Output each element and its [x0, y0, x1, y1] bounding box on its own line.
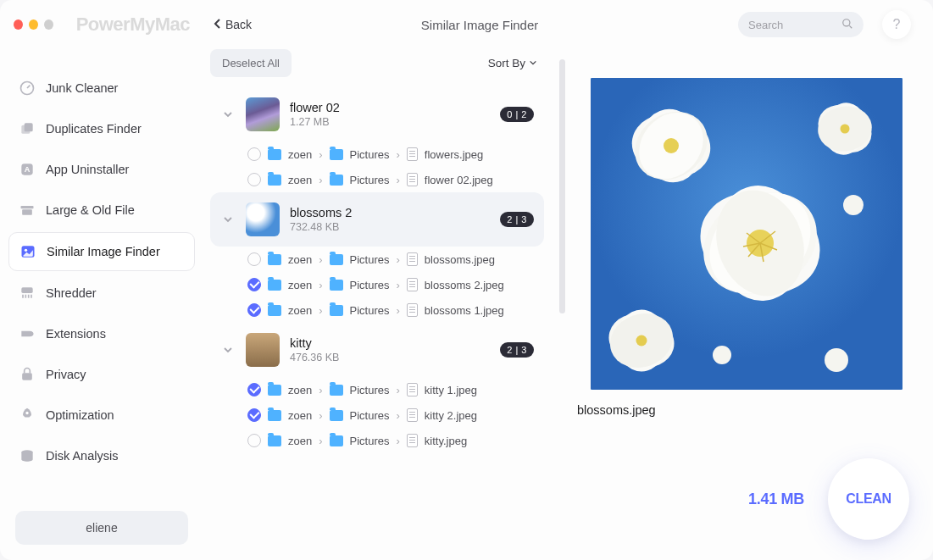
minimize-window-button[interactable]	[29, 19, 38, 30]
rocket-icon	[19, 407, 36, 424]
sidebar-item-label: Shredder	[46, 286, 97, 300]
path-separator: ›	[319, 304, 322, 317]
folder-icon	[268, 254, 281, 265]
path-segment: Pictures	[350, 435, 390, 447]
preview-image	[591, 78, 902, 390]
file-checkbox[interactable]	[247, 303, 261, 317]
sidebar-item-duplicates-finder[interactable]: Duplicates Finder	[8, 110, 195, 147]
help-icon: ?	[893, 17, 901, 32]
sidebar-item-app-uninstaller[interactable]: A App Uninstaller	[8, 151, 195, 188]
group-thumbnail	[246, 202, 280, 236]
sidebar-item-label: Disk Analysis	[46, 449, 118, 463]
file-row[interactable]: zoen›Pictures› kitty 2.jpeg	[210, 402, 544, 428]
folder-icon	[268, 175, 281, 186]
group-header[interactable]: blossoms 2 732.48 KB 2 | 3	[210, 192, 544, 247]
svg-point-42	[843, 195, 864, 215]
path-separator: ›	[319, 384, 322, 396]
sidebar-item-optimization[interactable]: Optimization	[8, 396, 195, 434]
search-input[interactable]: Search	[738, 12, 864, 37]
path-separator: ›	[319, 148, 322, 161]
zoom-window-button[interactable]	[44, 19, 53, 30]
group-header[interactable]: kitty 476.36 KB 2 | 3	[210, 323, 544, 377]
file-row[interactable]: zoen›Pictures› blossoms 2.jpeg	[210, 272, 544, 297]
svg-rect-9	[21, 287, 32, 293]
file-name: kitty 1.jpeg	[425, 384, 477, 396]
sidebar-item-label: Similar Image Finder	[47, 245, 160, 258]
clean-label: CLEAN	[846, 491, 891, 507]
path-segment: zoen	[288, 279, 312, 291]
list-toolbar: Deselect All Sort By	[210, 49, 549, 87]
group-size: 476.36 KB	[290, 352, 490, 363]
file-icon	[407, 173, 418, 186]
deselect-all-button[interactable]: Deselect All	[210, 49, 292, 77]
folder-icon	[330, 280, 343, 291]
app-icon: A	[19, 161, 36, 178]
svg-point-41	[636, 335, 647, 347]
path-segment: Pictures	[350, 304, 390, 317]
group-thumbnail	[246, 333, 280, 367]
sidebar-item-large-old-file[interactable]: Large & Old File	[8, 191, 195, 229]
path-segment: zoen	[288, 409, 312, 422]
sidebar-item-similar-image-finder[interactable]: Similar Image Finder	[8, 232, 195, 271]
path-separator: ›	[397, 174, 400, 186]
clean-button[interactable]: CLEAN	[828, 458, 909, 540]
group-info: kitty 476.36 KB	[290, 336, 490, 363]
user-account-button[interactable]: eliene	[15, 511, 188, 545]
file-icon	[407, 434, 418, 447]
sort-by-label: Sort By	[488, 57, 525, 69]
file-row[interactable]: zoen›Pictures› blossoms 1.jpeg	[210, 297, 544, 323]
path-separator: ›	[397, 279, 400, 291]
file-checkbox[interactable]	[247, 383, 261, 396]
file-checkbox[interactable]	[247, 173, 261, 186]
scrollbar-thumb[interactable]	[559, 59, 565, 313]
sidebar-item-label: Extensions	[46, 327, 106, 341]
selection-count-badge: 0 | 2	[500, 107, 534, 122]
file-checkbox[interactable]	[247, 408, 261, 422]
sort-by-dropdown[interactable]: Sort By	[488, 57, 537, 69]
svg-text:A: A	[25, 165, 31, 174]
path-separator: ›	[397, 409, 400, 422]
file-checkbox[interactable]	[247, 252, 261, 266]
sidebar-item-disk-analysis[interactable]: Disk Analysis	[8, 437, 195, 474]
footer: 1.41 MB CLEAN	[748, 458, 909, 540]
file-name: flowers.jpeg	[425, 148, 483, 161]
help-button[interactable]: ?	[882, 10, 911, 39]
folder-icon	[330, 385, 343, 396]
svg-point-10	[30, 332, 34, 336]
file-row[interactable]: zoen›Pictures› flower 02.jpeg	[210, 167, 544, 192]
file-row[interactable]: zoen›Pictures› kitty.jpeg	[210, 428, 544, 453]
selection-count-badge: 2 | 3	[500, 212, 534, 227]
total-selected-size: 1.41 MB	[748, 491, 804, 508]
svg-rect-2	[25, 123, 33, 131]
folder-icon	[330, 435, 343, 446]
topbar: Back Similar Image Finder Search ?	[203, 0, 928, 49]
svg-point-44	[825, 348, 848, 372]
results-list: flower 02 1.27 MB 0 | 2 zoen›Pictures› f…	[210, 87, 549, 548]
scrollbar[interactable]	[559, 59, 565, 538]
file-row[interactable]: zoen›Pictures› flowers.jpeg	[210, 141, 544, 167]
shredder-icon	[19, 285, 36, 302]
chevron-left-icon	[214, 18, 222, 32]
sidebar-item-label: Large & Old File	[46, 203, 135, 217]
file-row[interactable]: zoen›Pictures› kitty 1.jpeg	[210, 377, 544, 402]
file-checkbox[interactable]	[247, 147, 261, 161]
file-checkbox[interactable]	[247, 278, 261, 291]
sidebar-item-extensions[interactable]: Extensions	[8, 315, 195, 352]
group-info: flower 02 1.27 MB	[290, 101, 490, 128]
folder-icon	[330, 305, 343, 316]
close-window-button[interactable]	[14, 19, 23, 30]
disk-icon	[19, 447, 36, 464]
file-checkbox[interactable]	[247, 434, 261, 447]
chevron-down-icon	[220, 214, 236, 225]
sidebar-item-shredder[interactable]: Shredder	[8, 274, 195, 312]
path-segment: zoen	[288, 148, 312, 161]
sidebar-item-privacy[interactable]: Privacy	[8, 356, 195, 393]
group-header[interactable]: flower 02 1.27 MB 0 | 2	[210, 87, 544, 141]
svg-rect-5	[21, 206, 34, 208]
archive-icon	[19, 202, 36, 219]
file-row[interactable]: zoen›Pictures› blossoms.jpeg	[210, 247, 544, 272]
svg-point-33	[664, 138, 679, 153]
sidebar-item-label: App Uninstaller	[46, 163, 129, 176]
folder-icon	[330, 175, 343, 186]
sidebar-item-junk-cleaner[interactable]: Junk Cleaner	[8, 69, 195, 107]
